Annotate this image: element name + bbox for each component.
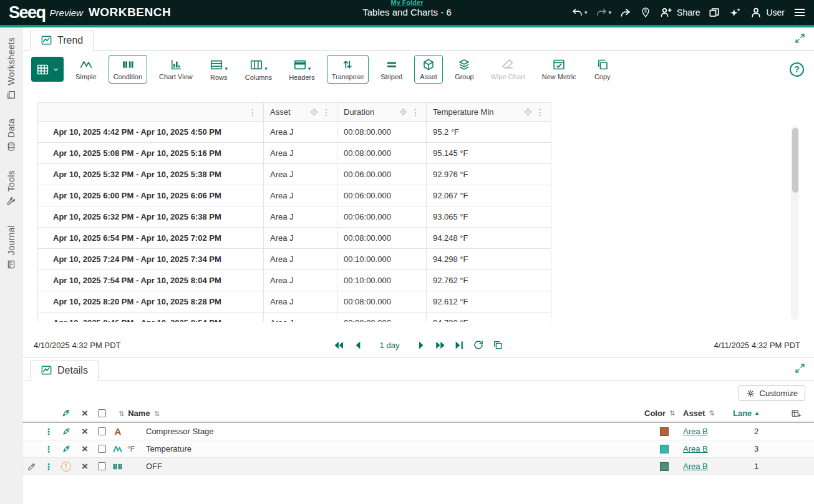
move-column-icon[interactable] xyxy=(399,108,407,116)
scrollbar-thumb[interactable] xyxy=(792,128,798,193)
undo-button[interactable]: ▾ xyxy=(571,7,588,19)
toolbar-button-simple[interactable]: Simple xyxy=(70,55,102,84)
sort-icon[interactable]: ⇅ xyxy=(154,410,160,417)
redo-button[interactable]: ▾ xyxy=(596,7,612,19)
copy-range-button[interactable] xyxy=(493,340,503,350)
range-end-timestamp[interactable]: 4/11/2025 4:32 PM PDT xyxy=(714,341,800,350)
toolbar-button-columns[interactable]: ▾ Columns xyxy=(240,55,277,84)
table-row[interactable]: Apr 10, 2025 6:54 PM - Apr 10, 2025 7:02… xyxy=(38,228,551,249)
tab-trend[interactable]: Trend xyxy=(30,31,94,51)
sidebar-item-tools[interactable]: Tools xyxy=(6,170,16,206)
asset-swap-all-icon[interactable] xyxy=(56,408,76,418)
vertical-scrollbar[interactable] xyxy=(791,125,799,320)
sort-icon[interactable]: ⇅ xyxy=(119,410,124,417)
customize-button[interactable]: Customize xyxy=(739,385,805,401)
table-row[interactable]: Apr 10, 2025 6:32 PM - Apr 10, 2025 6:38… xyxy=(38,206,551,228)
help-button[interactable]: ? xyxy=(790,62,804,77)
toolbar-button-new-metric[interactable]: New Metric xyxy=(537,55,581,84)
column-menu-icon[interactable]: ⋮ xyxy=(536,107,545,117)
share-button[interactable]: Share xyxy=(659,6,700,19)
toolbar-button-chart-view[interactable]: Chart View xyxy=(154,55,198,84)
maximize-trend-button[interactable] xyxy=(795,33,805,47)
refresh-button[interactable] xyxy=(473,340,483,350)
lane-column-header[interactable]: Lane ▲ xyxy=(733,409,778,418)
select-all-checkbox[interactable] xyxy=(98,409,106,417)
toolbar-button-asset[interactable]: Asset xyxy=(414,55,443,84)
item-menu-icon[interactable]: ⋮ xyxy=(44,427,53,437)
user-menu-button[interactable]: User xyxy=(750,6,785,19)
table-row[interactable]: Apr 10, 2025 8:46 PM - Apr 10, 2025 8:54… xyxy=(38,313,551,322)
sidebar-item-data[interactable]: Data xyxy=(6,119,16,152)
sort-icon[interactable]: ⇅ xyxy=(709,409,714,417)
table-row[interactable]: Apr 10, 2025 5:08 PM - Apr 10, 2025 5:16… xyxy=(38,143,551,164)
asset-link[interactable]: Area B xyxy=(683,427,708,436)
item-checkbox[interactable] xyxy=(98,427,106,435)
seeq-logo[interactable]: Seeq xyxy=(9,3,46,22)
asset-link[interactable]: Area B xyxy=(683,444,708,453)
item-menu-icon[interactable]: ⋮ xyxy=(44,444,53,454)
details-row-off[interactable]: ⋮ ! × OFF Area B 1 xyxy=(22,458,814,475)
step-to-now-button[interactable] xyxy=(455,341,464,350)
name-column-header[interactable]: ⇅Name⇅ xyxy=(110,409,163,418)
hamburger-menu-button[interactable] xyxy=(793,6,807,19)
value-search-button[interactable]: $ xyxy=(640,6,651,19)
table-row[interactable]: Apr 10, 2025 7:54 PM - Apr 10, 2025 8:04… xyxy=(38,270,551,291)
color-column-header[interactable]: Color⇅ xyxy=(644,409,683,418)
details-row-temperature[interactable]: ⋮ × °F Temperature Area B 3 xyxy=(22,440,814,458)
add-column-button[interactable] xyxy=(778,408,814,419)
remove-item-icon[interactable]: × xyxy=(82,426,88,437)
tab-details[interactable]: Details xyxy=(30,361,99,380)
item-checkbox[interactable] xyxy=(98,445,106,453)
sidebar-item-worksheets[interactable]: Worksheets xyxy=(6,37,16,100)
warning-icon[interactable]: ! xyxy=(61,462,71,472)
step-forward-full-button[interactable] xyxy=(435,341,445,350)
table-row[interactable]: Apr 10, 2025 6:00 PM - Apr 10, 2025 6:06… xyxy=(38,185,551,206)
chevron-down-icon[interactable]: ▾ xyxy=(609,9,612,16)
asset-column-header[interactable]: Asset⇅ xyxy=(683,409,733,418)
toolbar-button-striped[interactable]: Striped xyxy=(376,55,407,84)
asset-link[interactable]: Area B xyxy=(683,462,708,471)
display-range-duration[interactable]: 1 day xyxy=(380,341,400,350)
table-row[interactable]: Apr 10, 2025 8:20 PM - Apr 10, 2025 8:28… xyxy=(38,291,551,313)
toolbar-button-group[interactable]: Group xyxy=(450,55,479,84)
toolbar-button-condition[interactable]: Condition xyxy=(109,55,147,84)
step-back-half-button[interactable] xyxy=(354,341,362,350)
toolbar-button-rows[interactable]: ▾ Rows xyxy=(205,55,233,84)
column-menu-icon[interactable]: ⋮ xyxy=(322,107,331,117)
item-checkbox[interactable] xyxy=(98,462,106,470)
asset-swap-icon[interactable] xyxy=(56,444,76,453)
toolbar-button-headers[interactable]: ▾ Headers xyxy=(284,55,320,84)
table-type-dropdown-button[interactable] xyxy=(31,57,64,82)
move-column-icon[interactable] xyxy=(310,108,318,116)
toolbar-button-transpose[interactable]: Transpose xyxy=(327,55,369,84)
breadcrumb[interactable]: My Folder xyxy=(362,0,452,6)
toolbar-button-wipe-chart[interactable]: Wipe Chart xyxy=(486,55,530,84)
open-worksheets-button[interactable] xyxy=(708,6,720,19)
table-row[interactable]: Apr 10, 2025 7:24 PM - Apr 10, 2025 7:34… xyxy=(38,249,551,270)
forward-worksheet-button[interactable] xyxy=(619,6,632,19)
details-row-compressor-stage[interactable]: ⋮ × A Compressor Stage Area B 2 xyxy=(22,423,814,440)
maximize-details-button[interactable] xyxy=(795,363,805,377)
sidebar-item-journal[interactable]: Journal xyxy=(6,225,16,269)
color-swatch[interactable] xyxy=(660,462,669,471)
chevron-down-icon[interactable]: ▾ xyxy=(584,9,588,16)
step-back-full-button[interactable] xyxy=(334,341,344,350)
range-start-timestamp[interactable]: 4/10/2025 4:32 PM PDT xyxy=(34,341,120,350)
table-row[interactable]: Apr 10, 2025 4:42 PM - Apr 10, 2025 4:50… xyxy=(38,122,551,143)
step-forward-half-button[interactable] xyxy=(417,341,425,350)
remove-item-icon[interactable]: × xyxy=(82,461,88,472)
sort-icon[interactable]: ⇅ xyxy=(669,409,675,417)
ai-assistant-button[interactable] xyxy=(729,6,742,19)
column-menu-icon[interactable]: ⋮ xyxy=(248,107,257,117)
toolbar-button-copy[interactable]: Copy xyxy=(588,55,617,84)
color-swatch[interactable] xyxy=(660,445,669,453)
edit-item-button[interactable] xyxy=(22,462,41,471)
move-column-icon[interactable] xyxy=(524,108,532,116)
remove-all-icon[interactable]: × xyxy=(82,408,88,419)
asset-swap-icon[interactable] xyxy=(56,427,76,436)
table-row[interactable]: Apr 10, 2025 5:32 PM - Apr 10, 2025 5:38… xyxy=(38,164,551,185)
remove-item-icon[interactable]: × xyxy=(82,443,88,454)
column-menu-icon[interactable]: ⋮ xyxy=(411,107,420,117)
item-menu-icon[interactable]: ⋮ xyxy=(44,462,53,472)
color-swatch[interactable] xyxy=(660,427,669,436)
